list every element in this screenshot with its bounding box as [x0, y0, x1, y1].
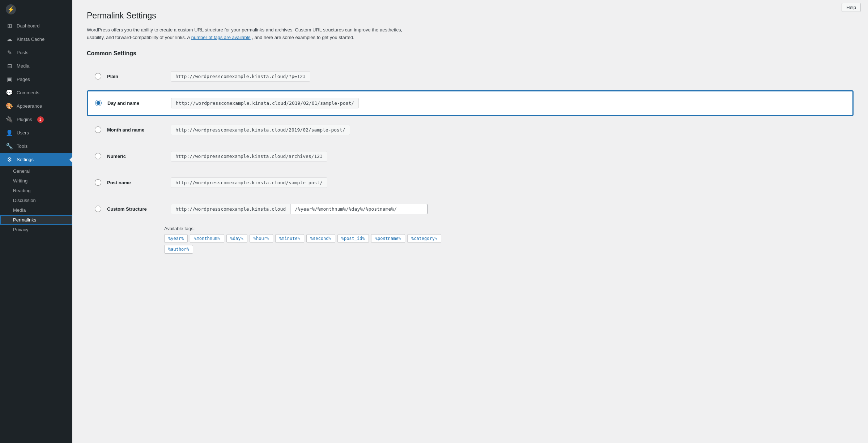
plugins-badge: 1 [37, 116, 44, 123]
tag-minute[interactable]: %minute% [275, 234, 304, 243]
sidebar-item-label: Media [17, 63, 29, 69]
sidebar-logo: ⚡ [0, 0, 72, 19]
custom-structure-row: http://wordpresscomexample.kinsta.cloud [171, 204, 427, 214]
tag-hour[interactable]: %hour% [250, 234, 273, 243]
sidebar-item-appearance[interactable]: 🎨 Appearance [0, 99, 72, 113]
tag-monthnum[interactable]: %monthnum% [190, 234, 224, 243]
sidebar-item-plugins[interactable]: 🔌 Plugins 1 [0, 113, 72, 126]
radio-day-and-name[interactable] [95, 100, 102, 106]
url-day-and-name: http://wordpresscomexample.kinsta.cloud/… [171, 98, 359, 108]
radio-numeric[interactable] [95, 153, 101, 159]
kinsta-cache-icon: ☁ [6, 36, 13, 43]
sidebar-item-users[interactable]: 👤 Users [0, 126, 72, 139]
submenu-item-writing[interactable]: Writing [0, 176, 72, 186]
sidebar-item-comments[interactable]: 💬 Comments [0, 86, 72, 99]
url-numeric: http://wordpresscomexample.kinsta.cloud/… [171, 151, 327, 162]
url-month-and-name: http://wordpresscomexample.kinsta.cloud/… [171, 125, 350, 135]
permalink-option-month-and-name: Month and name http://wordpresscomexampl… [87, 117, 854, 142]
label-plain: Plain [107, 74, 165, 79]
available-tags-label: Available tags: [87, 226, 854, 231]
sidebar-item-label: Posts [17, 50, 29, 55]
submenu-item-reading[interactable]: Reading [0, 186, 72, 195]
sidebar-item-kinsta-cache[interactable]: ☁ Kinsta Cache [0, 33, 72, 46]
tags-row-2: %author% [87, 245, 854, 254]
submenu-item-general[interactable]: General [0, 166, 72, 176]
sidebar-item-label: Appearance [17, 103, 42, 109]
tag-post-id[interactable]: %post_id% [337, 234, 369, 243]
tags-row: %year% %monthnum% %day% %hour% %minute% … [87, 234, 854, 243]
media-icon: ⊟ [6, 63, 13, 69]
submenu-item-privacy[interactable]: Privacy [0, 225, 72, 235]
sidebar-item-settings[interactable]: ⚙ Settings [0, 153, 72, 166]
dashboard-icon: ⊞ [6, 22, 13, 29]
sidebar-item-label: Tools [17, 143, 27, 149]
settings-submenu: General Writing Reading Discussion Media… [0, 166, 72, 235]
comments-icon: 💬 [6, 89, 13, 96]
label-month-and-name: Month and name [107, 127, 165, 133]
tag-postname[interactable]: %postname% [371, 234, 405, 243]
sidebar-item-pages[interactable]: ▣ Pages [0, 73, 72, 86]
page-title: Permalink Settings [87, 11, 854, 21]
tags-link[interactable]: number of tags are available [191, 35, 251, 40]
appearance-icon: 🎨 [6, 103, 13, 109]
tag-category[interactable]: %category% [407, 234, 441, 243]
label-numeric: Numeric [107, 154, 165, 159]
page-description: WordPress offers you the ability to crea… [87, 26, 412, 42]
main-content: Help Permalink Settings WordPress offers… [72, 0, 868, 443]
custom-structure-input[interactable] [290, 204, 427, 214]
sidebar-item-tools[interactable]: 🔧 Tools [0, 139, 72, 153]
radio-custom[interactable] [95, 206, 101, 212]
permalink-option-day-and-name: Day and name http://wordpresscomexample.… [87, 90, 854, 116]
url-plain: http://wordpresscomexample.kinsta.cloud/… [171, 71, 310, 82]
sidebar-item-label: Comments [17, 90, 39, 95]
sidebar-item-label: Plugins [17, 117, 32, 122]
submenu-item-permalinks[interactable]: Permalinks [0, 215, 72, 225]
settings-icon: ⚙ [6, 156, 13, 163]
wp-logo-icon: ⚡ [6, 4, 16, 14]
plugins-icon: 🔌 [6, 116, 13, 123]
sidebar-item-label: Pages [17, 77, 30, 82]
permalink-option-custom: Custom Structure http://wordpresscomexam… [87, 197, 854, 222]
sidebar-item-label: Users [17, 130, 29, 136]
tag-year[interactable]: %year% [164, 234, 188, 243]
tag-second[interactable]: %second% [306, 234, 335, 243]
sidebar-nav: ⊞ Dashboard ☁ Kinsta Cache ✎ Posts ⊟ Med… [0, 19, 72, 235]
label-custom: Custom Structure [107, 206, 165, 212]
tag-day[interactable]: %day% [226, 234, 247, 243]
custom-base-url: http://wordpresscomexample.kinsta.cloud [171, 204, 290, 214]
permalink-option-plain: Plain http://wordpresscomexample.kinsta.… [87, 64, 854, 89]
radio-plain[interactable] [95, 73, 101, 79]
sidebar: ⚡ ⊞ Dashboard ☁ Kinsta Cache ✎ Posts ⊟ M… [0, 0, 72, 443]
sidebar-item-media[interactable]: ⊟ Media [0, 59, 72, 73]
radio-post-name[interactable] [95, 179, 101, 186]
label-post-name: Post name [107, 180, 165, 185]
sidebar-item-label: Settings [17, 157, 34, 162]
help-button[interactable]: Help [842, 3, 861, 12]
sidebar-item-label: Kinsta Cache [17, 36, 44, 42]
posts-icon: ✎ [6, 49, 13, 56]
submenu-item-media[interactable]: Media [0, 205, 72, 215]
permalink-option-numeric: Numeric http://wordpresscomexample.kinst… [87, 144, 854, 169]
label-day-and-name: Day and name [107, 100, 165, 106]
submenu-item-discussion[interactable]: Discussion [0, 195, 72, 205]
description-end: , and here are some examples to get you … [252, 35, 354, 40]
active-arrow [69, 157, 72, 163]
sidebar-item-dashboard[interactable]: ⊞ Dashboard [0, 19, 72, 33]
users-icon: 👤 [6, 129, 13, 136]
section-title: Common Settings [87, 50, 854, 57]
radio-month-and-name[interactable] [95, 126, 101, 133]
pages-icon: ▣ [6, 76, 13, 83]
sidebar-item-posts[interactable]: ✎ Posts [0, 46, 72, 59]
url-post-name: http://wordpresscomexample.kinsta.cloud/… [171, 177, 327, 188]
sidebar-item-label: Dashboard [17, 23, 40, 29]
permalink-option-post-name: Post name http://wordpresscomexample.kin… [87, 170, 854, 195]
tag-author[interactable]: %author% [164, 245, 193, 254]
tools-icon: 🔧 [6, 143, 13, 150]
